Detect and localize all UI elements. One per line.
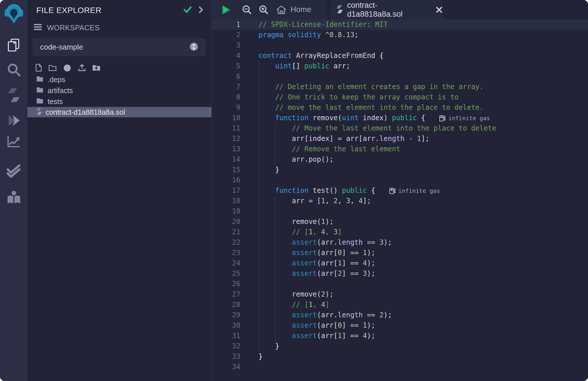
code-line[interactable]: 18 arr = [1, 2, 3, 4]; (212, 196, 588, 206)
code-line[interactable]: 26 (212, 279, 588, 289)
code-line[interactable]: 24 assert(arr[1] == 4); (212, 258, 588, 268)
code-line[interactable]: 9 // move the last element into the plac… (212, 102, 588, 113)
line-number[interactable]: 33 (212, 351, 240, 362)
sidebar-item-solidity-unit-testing[interactable] (0, 164, 27, 179)
code-line-content[interactable]: remove(2); (240, 289, 334, 299)
code-line-content[interactable]: arr = [1, 2, 3, 4]; (240, 196, 371, 206)
sidebar-item-search[interactable] (0, 62, 27, 77)
code-line-content[interactable]: remove(1); (240, 216, 334, 227)
code-line[interactable]: 7 // Deleting an element creates a gap i… (212, 82, 588, 92)
code-line-content[interactable]: uint[] public arr; (240, 61, 350, 71)
line-number[interactable]: 17 (212, 185, 240, 196)
line-number[interactable]: 16 (212, 175, 240, 185)
code-line-content[interactable]: // Deleting an element creates a gap in … (240, 82, 484, 92)
code-line-content[interactable]: // SPDX-License-Identifier: MIT (240, 19, 388, 30)
code-line[interactable]: 1// SPDX-License-Identifier: MIT (212, 19, 588, 30)
code-line-content[interactable]: function remove(uint index) public {infi… (240, 113, 490, 123)
line-number[interactable]: 30 (212, 320, 240, 331)
code-line[interactable]: 6 (212, 71, 588, 82)
code-line[interactable]: 34 (212, 362, 588, 372)
line-number[interactable]: 27 (212, 289, 240, 299)
line-number[interactable]: 21 (212, 227, 240, 237)
line-number[interactable]: 25 (212, 268, 240, 279)
line-number[interactable]: 20 (212, 216, 240, 227)
line-number[interactable]: 15 (212, 165, 240, 175)
tab-home[interactable]: Home (276, 5, 311, 14)
line-number[interactable]: 24 (212, 258, 240, 268)
hamburger-menu-icon[interactable] (33, 23, 42, 32)
code-line-content[interactable]: // [1, 4, 3] (240, 227, 342, 237)
code-line[interactable]: 12 arr[index] = arr[arr.length - 1]; (212, 133, 588, 144)
code-line[interactable]: 16 (212, 175, 588, 185)
code-line-content[interactable]: contract ArrayReplaceFromEnd { (240, 50, 383, 61)
code-line-content[interactable] (240, 175, 259, 185)
sidebar-item-learneth[interactable] (0, 190, 27, 205)
code-editor[interactable]: 1// SPDX-License-Identifier: MIT2pragma … (212, 19, 588, 381)
line-number[interactable]: 19 (212, 206, 240, 216)
line-number[interactable]: 6 (212, 71, 240, 82)
code-line[interactable]: 31 assert(arr[1] == 4); (212, 331, 588, 341)
github-clone-icon[interactable] (63, 63, 72, 72)
line-number[interactable]: 2 (212, 30, 240, 40)
code-line[interactable]: 21 // [1, 4, 3] (212, 227, 588, 237)
line-number[interactable]: 23 (212, 248, 240, 258)
code-line[interactable]: 27 remove(2); (212, 289, 588, 299)
code-line-content[interactable]: // [1, 4] (240, 299, 329, 310)
file-row-selected[interactable]: contract-d1a8818a8a.sol (27, 107, 211, 117)
line-number[interactable]: 4 (212, 50, 240, 61)
line-number[interactable]: 10 (212, 113, 240, 123)
code-line-content[interactable]: // Move the last element into the place … (240, 123, 496, 133)
code-line[interactable]: 3 (212, 40, 588, 50)
line-number[interactable]: 3 (212, 40, 240, 50)
folder-row[interactable]: .deps (27, 74, 211, 85)
code-line[interactable]: 30 assert(arr[0] == 1); (212, 320, 588, 331)
code-line-content[interactable] (240, 279, 259, 289)
line-number[interactable]: 28 (212, 299, 240, 310)
code-line[interactable]: 5 uint[] public arr; (212, 61, 588, 71)
code-line-content[interactable]: // Remove the last element (240, 144, 400, 154)
code-line[interactable]: 33} (212, 351, 588, 362)
line-number[interactable]: 29 (212, 310, 240, 320)
code-line[interactable]: 25 assert(arr[2] == 3); (212, 268, 588, 279)
code-line[interactable]: 8 // One trick to keep the array compact… (212, 92, 588, 102)
line-number[interactable]: 26 (212, 279, 240, 289)
code-line[interactable]: 11 // Move the last element into the pla… (212, 123, 588, 133)
code-line[interactable]: 20 remove(1); (212, 216, 588, 227)
code-line-content[interactable]: assert(arr[0] == 1); (240, 248, 375, 258)
code-line-content[interactable]: // move the last element into the place … (240, 102, 484, 113)
code-line[interactable]: 14 arr.pop(); (212, 154, 588, 165)
line-number[interactable]: 7 (212, 82, 240, 92)
code-line-content[interactable]: arr[index] = arr[arr.length - 1]; (240, 133, 429, 144)
code-line[interactable]: 13 // Remove the last element (212, 144, 588, 154)
code-line-content[interactable]: assert(arr[1] == 4); (240, 258, 375, 268)
code-line[interactable]: 23 assert(arr[0] == 1); (212, 248, 588, 258)
code-line[interactable]: 10 function remove(uint index) public {i… (212, 113, 588, 123)
collapse-chevron-icon[interactable] (198, 6, 203, 15)
run-script-button[interactable] (221, 5, 231, 15)
code-line[interactable]: 29 assert(arr.length == 2); (212, 310, 588, 320)
tab-contract-file[interactable]: contract-d1a8818a8a.sol (331, 0, 443, 19)
code-line[interactable]: 22 assert(arr.length == 3); (212, 237, 588, 248)
code-line[interactable]: 19 (212, 206, 588, 216)
code-line-content[interactable] (240, 40, 259, 50)
zoom-in-button[interactable] (259, 5, 269, 15)
code-line-content[interactable] (240, 71, 259, 82)
upload-file-icon[interactable] (78, 64, 86, 72)
line-number[interactable]: 13 (212, 144, 240, 154)
line-number[interactable]: 12 (212, 133, 240, 144)
code-line[interactable]: 28 // [1, 4] (212, 299, 588, 310)
remix-logo[interactable] (0, 2, 27, 26)
line-number[interactable]: 11 (212, 123, 240, 133)
new-folder-icon[interactable] (48, 64, 57, 71)
new-file-icon[interactable] (35, 64, 42, 72)
code-line-content[interactable]: pragma solidity ^0.8.13; (240, 30, 359, 40)
code-line[interactable]: 4contract ArrayReplaceFromEnd { (212, 50, 588, 61)
line-number[interactable]: 14 (212, 154, 240, 165)
code-line-content[interactable]: assert(arr[0] == 1); (240, 320, 375, 331)
line-number[interactable]: 9 (212, 102, 240, 113)
code-line[interactable]: 32 } (212, 341, 588, 351)
line-number[interactable]: 1 (212, 19, 240, 30)
code-line-content[interactable] (240, 362, 259, 372)
code-line[interactable]: 17 function test() public {infinite gas (212, 185, 588, 196)
code-line-content[interactable]: assert(arr[1] == 4); (240, 331, 375, 341)
